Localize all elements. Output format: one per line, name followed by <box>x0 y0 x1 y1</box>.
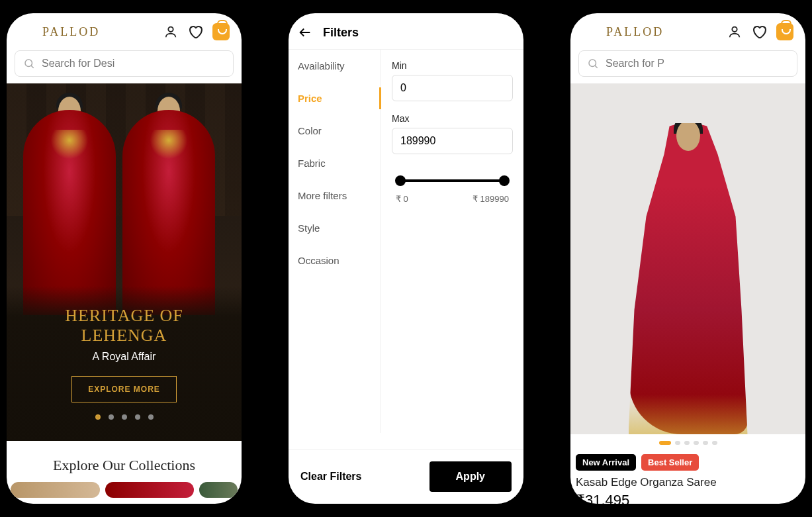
collection-thumb[interactable] <box>199 482 238 498</box>
min-label: Min <box>392 60 513 71</box>
range-min-label: ₹ 0 <box>396 194 408 204</box>
min-price-input[interactable] <box>392 75 513 101</box>
filter-tab-price[interactable]: Price <box>289 82 381 115</box>
product-screen: PALLOD New Arriva <box>570 13 805 504</box>
image-pagination <box>570 434 805 451</box>
max-price-input[interactable] <box>392 128 513 154</box>
carousel-dot[interactable] <box>148 414 154 420</box>
image-dot[interactable] <box>675 441 680 445</box>
filter-panel: Min Max ₹ 0 ₹ 189990 <box>381 50 523 433</box>
header-left: PALLOD <box>582 25 664 39</box>
brand-logo[interactable]: PALLOD <box>606 25 664 39</box>
search-input[interactable] <box>606 58 789 70</box>
clear-filters-button[interactable]: Clear Filters <box>300 471 361 483</box>
brand-logo[interactable]: PALLOD <box>42 25 100 39</box>
svg-line-2 <box>31 66 34 68</box>
range-max-label: ₹ 189990 <box>473 194 509 204</box>
hero-banner[interactable]: HERITAGE OF LEHENGA A Royal Affair EXPLO… <box>7 83 242 441</box>
svg-point-4 <box>732 27 737 32</box>
image-dot[interactable] <box>684 441 690 445</box>
header: PALLOD <box>570 13 805 47</box>
filter-tab-style[interactable]: Style <box>289 212 381 244</box>
svg-point-1 <box>25 60 32 67</box>
header-right <box>163 23 230 40</box>
svg-line-6 <box>595 66 598 68</box>
filter-tab-more[interactable]: More filters <box>289 179 381 212</box>
hero-overlay: HERITAGE OF LEHENGA A Royal Affair EXPLO… <box>7 286 242 441</box>
filter-tab-color[interactable]: Color <box>289 115 381 147</box>
hero-image <box>7 83 242 315</box>
product-title: Kasab Edge Organza Saree <box>570 476 805 492</box>
best-seller-badge: Best Seller <box>641 454 699 471</box>
carousel-dot[interactable] <box>109 414 114 420</box>
max-label: Max <box>392 113 513 124</box>
carousel-dots <box>20 414 228 428</box>
explore-more-button[interactable]: EXPLORE MORE <box>71 376 177 402</box>
header: PALLOD <box>7 13 242 47</box>
hero-subtitle: A Royal Affair <box>20 351 228 363</box>
header-left: PALLOD <box>19 25 100 39</box>
account-icon[interactable] <box>163 24 178 39</box>
search-icon <box>23 58 35 70</box>
filter-tab-availability[interactable]: Availability <box>289 50 381 82</box>
collection-thumb[interactable] <box>105 482 195 498</box>
header-right <box>727 23 793 40</box>
menu-icon[interactable] <box>582 26 597 37</box>
carousel-dot[interactable] <box>135 414 140 420</box>
hero-title: HERITAGE OF LEHENGA <box>20 306 228 346</box>
filter-footer: Clear Filters Apply <box>289 449 523 504</box>
product-badges: New Arrival Best Seller <box>570 451 805 476</box>
back-icon[interactable] <box>298 25 312 40</box>
image-dot[interactable] <box>703 441 708 445</box>
carousel-dot[interactable] <box>122 414 127 420</box>
svg-point-5 <box>589 60 596 67</box>
search-icon <box>587 58 599 70</box>
search-input[interactable] <box>42 58 225 70</box>
filter-tab-occasion[interactable]: Occasion <box>289 244 381 277</box>
filters-title: Filters <box>323 26 359 40</box>
slider-thumb-max[interactable] <box>499 175 510 186</box>
image-dot[interactable] <box>712 441 717 445</box>
svg-point-0 <box>168 27 173 32</box>
image-dot[interactable] <box>659 441 671 445</box>
filters-header: Filters <box>289 13 523 49</box>
search-bar[interactable] <box>15 50 234 77</box>
carousel-dot[interactable] <box>95 414 101 420</box>
collections-heading: Explore Our Collections <box>7 441 242 482</box>
search-bar[interactable] <box>578 50 797 77</box>
collection-thumb[interactable] <box>11 482 100 498</box>
apply-button[interactable]: Apply <box>429 461 512 492</box>
wishlist-icon[interactable] <box>751 24 767 40</box>
wishlist-icon[interactable] <box>187 24 203 40</box>
filter-tab-fabric[interactable]: Fabric <box>289 147 381 179</box>
new-arrival-badge: New Arrival <box>576 454 636 471</box>
filters-screen: Filters Availability Price Color Fabric … <box>289 13 523 504</box>
home-screen: PALLOD <box>7 13 242 504</box>
collections-strip[interactable] <box>7 482 242 498</box>
account-icon[interactable] <box>727 24 742 39</box>
product-price: ₹31,495 <box>570 492 805 504</box>
filter-body: Availability Price Color Fabric More fil… <box>289 49 523 433</box>
slider-thumb-min[interactable] <box>395 175 406 186</box>
filter-categories: Availability Price Color Fabric More fil… <box>289 50 381 433</box>
image-dot[interactable] <box>694 441 699 445</box>
menu-icon[interactable] <box>19 26 33 37</box>
bag-icon[interactable] <box>776 23 793 40</box>
product-image[interactable] <box>570 83 805 434</box>
price-slider[interactable]: ₹ 0 ₹ 189990 <box>392 166 513 208</box>
bag-icon[interactable] <box>212 23 230 40</box>
